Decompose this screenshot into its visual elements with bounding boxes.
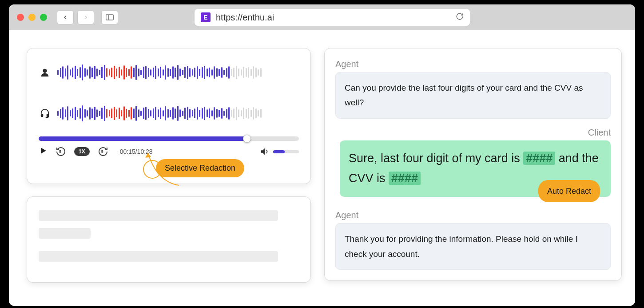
selective-redaction-badge: Selective Redaction bbox=[156, 159, 244, 177]
url-text: https://enthu.ai bbox=[216, 12, 450, 23]
speaker-icon bbox=[260, 147, 270, 156]
redacted-value: #### bbox=[389, 172, 421, 185]
forward-5-button[interactable]: 5 bbox=[98, 146, 108, 157]
auto-redact-badge: Auto Redact bbox=[538, 180, 600, 203]
favicon: E bbox=[201, 12, 211, 22]
svg-point-2 bbox=[43, 69, 47, 73]
svg-rect-3 bbox=[41, 114, 43, 117]
speaker-label: Client bbox=[335, 128, 611, 138]
left-column: 5 1X 5 00:15/10:28 bbox=[27, 48, 311, 306]
sidebar-toggle-button[interactable] bbox=[101, 10, 118, 24]
progress-thumb[interactable] bbox=[243, 135, 251, 143]
progress-bar[interactable] bbox=[39, 136, 299, 141]
close-window-button[interactable] bbox=[17, 14, 24, 21]
forward-button[interactable] bbox=[77, 10, 94, 24]
speaker-label: Agent bbox=[335, 59, 611, 69]
waveform-row-client bbox=[39, 101, 299, 126]
url-bar[interactable]: E https://enthu.ai bbox=[195, 9, 470, 26]
play-button[interactable] bbox=[39, 146, 48, 157]
svg-marker-5 bbox=[41, 148, 46, 153]
page-viewport: 5 1X 5 00:15/10:28 bbox=[9, 30, 635, 306]
right-column: Agent Can you provide the last four digi… bbox=[324, 48, 622, 306]
waveform-row-agent bbox=[39, 60, 299, 85]
placeholder-card bbox=[27, 196, 311, 283]
speaker-label: Agent bbox=[335, 210, 611, 220]
message-block-agent: Agent Thank you for providing the inform… bbox=[335, 210, 611, 270]
minimize-window-button[interactable] bbox=[28, 14, 36, 21]
audio-player-card: 5 1X 5 00:15/10:28 bbox=[27, 48, 311, 184]
browser-titlebar: E https://enthu.ai bbox=[9, 4, 635, 30]
maximize-window-button[interactable] bbox=[40, 14, 47, 21]
playback-speed-button[interactable]: 1X bbox=[74, 147, 90, 156]
reload-button[interactable] bbox=[456, 12, 464, 23]
redacted-value: #### bbox=[523, 152, 555, 165]
message-bubble-agent: Thank you for providing the information.… bbox=[335, 223, 611, 270]
rewind-5-button[interactable]: 5 bbox=[56, 146, 66, 157]
person-icon bbox=[39, 66, 51, 79]
traffic-lights bbox=[17, 14, 47, 21]
transcript-card: Agent Can you provide the last four digi… bbox=[324, 48, 622, 281]
skeleton-line bbox=[39, 228, 91, 239]
skeleton-line bbox=[39, 210, 278, 221]
svg-marker-6 bbox=[261, 148, 265, 155]
nav-button-group bbox=[57, 10, 94, 24]
message-block-agent: Agent Can you provide the last four digi… bbox=[335, 59, 611, 119]
headset-icon bbox=[39, 107, 51, 120]
volume-slider[interactable] bbox=[273, 150, 299, 153]
volume-control[interactable] bbox=[260, 147, 299, 156]
back-button[interactable] bbox=[57, 10, 74, 24]
browser-window: E https://enthu.ai bbox=[9, 4, 635, 306]
player-controls: 5 1X 5 00:15/10:28 bbox=[39, 146, 299, 157]
text-segment: Sure, last four digit of my card is bbox=[349, 152, 523, 165]
time-display: 00:15/10:28 bbox=[120, 148, 153, 155]
message-block-client: Client Sure, last four digit of my card … bbox=[335, 128, 611, 197]
message-bubble-client: Sure, last four digit of my card is ####… bbox=[340, 140, 611, 197]
progress-fill bbox=[39, 136, 247, 141]
waveform-client[interactable] bbox=[57, 101, 262, 126]
waveform-agent[interactable] bbox=[57, 60, 262, 85]
skeleton-line bbox=[39, 251, 278, 262]
svg-rect-0 bbox=[106, 15, 114, 20]
message-bubble-agent: Can you provide the last four digits of … bbox=[335, 72, 611, 119]
